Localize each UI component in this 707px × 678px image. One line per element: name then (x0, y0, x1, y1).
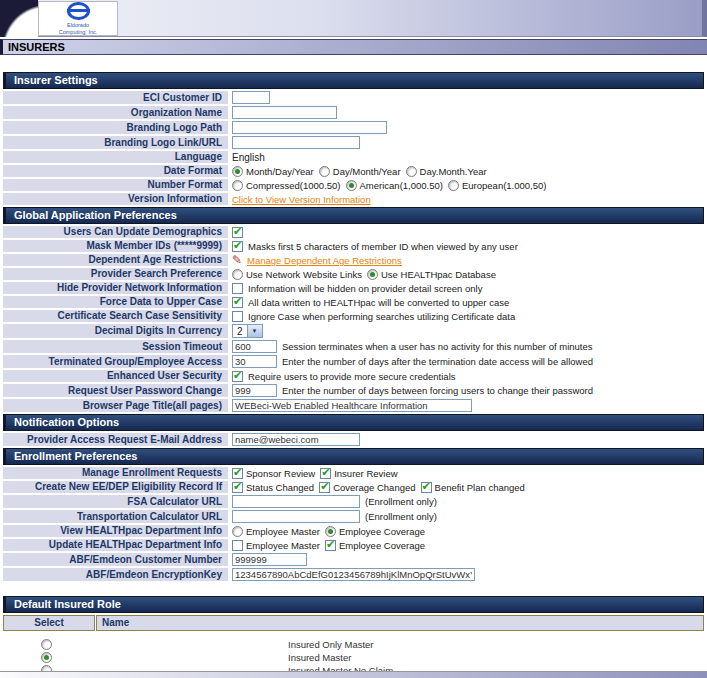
fsa-calculator-url-input[interactable] (232, 495, 360, 508)
row-certificate-case-sensitivity: Certificate Search Case Sensitivity Igno… (3, 310, 704, 322)
checkbox-coverage-changed[interactable]: Coverage Changed (319, 482, 415, 493)
radio-icon[interactable] (325, 526, 336, 537)
section-header-default-insured-role: Default Insured Role (3, 596, 704, 613)
radio-icon[interactable] (232, 180, 243, 191)
select-value: 2 (233, 325, 247, 337)
field-note: Ignore Case when performing searches uti… (248, 311, 515, 322)
checkbox-update-employee-coverage[interactable]: Employee Coverage (325, 540, 425, 551)
footer-bar (0, 671, 707, 678)
abf-customer-number-input[interactable] (232, 553, 307, 566)
field-label: Browser Page Title(all pages) (3, 399, 228, 412)
role-radio-insured-master[interactable] (41, 652, 52, 663)
checkbox-icon[interactable] (325, 540, 336, 551)
session-timeout-input[interactable] (232, 340, 277, 353)
checkbox-icon[interactable] (232, 468, 243, 479)
radio-icon[interactable] (406, 166, 417, 177)
field-label: Request User Password Change (3, 384, 228, 397)
browser-page-title-input[interactable] (232, 399, 472, 412)
radio-american[interactable]: American(1,000.50) (346, 180, 443, 191)
field-label: Certificate Search Case Sensitivity (3, 310, 228, 322)
field-value: Click to View Version Information (228, 193, 704, 205)
certificate-case-checkbox[interactable] (232, 311, 243, 322)
row-transportation-calculator-url: Transportation Calculator URL (Enrollmen… (3, 510, 704, 523)
checkbox-icon[interactable] (320, 468, 331, 479)
row-terminated-access: Terminated Group/Employee Access Enter t… (3, 355, 704, 368)
field-note: Information will be hidden on provider d… (248, 283, 482, 294)
field-value: Require users to provide more secure cre… (228, 370, 704, 382)
checkbox-label: Sponsor Review (246, 468, 315, 479)
provider-access-email-input[interactable] (232, 433, 360, 446)
checkbox-icon[interactable] (319, 482, 330, 493)
update-demographics-checkbox[interactable] (232, 227, 243, 238)
radio-european[interactable]: European(1.000,50) (448, 180, 547, 191)
checkbox-label: Employee Coverage (339, 540, 425, 551)
top-banner: Eldorado Computing, Inc. (0, 0, 707, 37)
field-label: Mask Member IDs (*****9999) (3, 240, 228, 252)
radio-icon[interactable] (346, 180, 357, 191)
role-radio-insured-only-master[interactable] (41, 639, 52, 650)
row-number-format: Number Format Compressed(1000.50) Americ… (3, 179, 704, 191)
checkbox-icon[interactable] (421, 482, 432, 493)
pencil-icon[interactable]: ✎ (232, 255, 242, 265)
force-upper-case-checkbox[interactable] (232, 297, 243, 308)
decimal-digits-select[interactable]: 2 ▼ (232, 324, 263, 338)
radio-icon[interactable] (319, 166, 330, 177)
table-row: Insured Master (0, 651, 707, 664)
transportation-calculator-url-input[interactable] (232, 510, 360, 523)
field-label: Provider Search Preference (3, 268, 228, 280)
field-label: Enhanced User Security (3, 370, 228, 382)
checkbox-benefit-plan-changed[interactable]: Benefit Plan changed (421, 482, 525, 493)
field-label: ECI Customer ID (3, 91, 228, 104)
abf-encryption-key-input[interactable] (232, 568, 475, 581)
radio-icon[interactable] (448, 180, 459, 191)
radio-compressed[interactable]: Compressed(1000.50) (232, 180, 341, 191)
row-manage-enrollment-requests: Manage Enrollment Requests Sponsor Revie… (3, 467, 704, 479)
field-value: Status Changed Coverage Changed Benefit … (228, 481, 704, 493)
radio-network-website-links[interactable]: Use Network Website Links (232, 269, 362, 280)
checkbox-icon[interactable] (232, 482, 243, 493)
field-note: Require users to provide more secure cre… (248, 371, 456, 382)
checkbox-status-changed[interactable]: Status Changed (232, 482, 314, 493)
checkbox-sponsor-review[interactable]: Sponsor Review (232, 468, 315, 479)
field-note: (Enrollment only) (365, 496, 437, 507)
terminated-access-input[interactable] (232, 355, 277, 368)
branding-logo-link-input[interactable] (232, 136, 360, 149)
checkbox-icon[interactable] (232, 540, 243, 551)
radio-icon[interactable] (232, 269, 243, 280)
field-note: All data written to HEALTHpac will be co… (248, 297, 509, 308)
field-label: Language (3, 151, 228, 163)
radio-day-month-year[interactable]: Day/Month/Year (319, 166, 401, 177)
eci-customer-id-input[interactable] (232, 91, 270, 104)
radio-icon[interactable] (367, 269, 378, 280)
radio-view-employee-master[interactable]: Employee Master (232, 526, 320, 537)
radio-day-dot-month-year[interactable]: Day.Month.Year (406, 166, 487, 177)
version-info-link[interactable]: Click to View Version Information (232, 194, 371, 205)
branding-logo-path-input[interactable] (232, 121, 387, 134)
section-header-enrollment-preferences: Enrollment Preferences (3, 448, 704, 465)
checkbox-insurer-review[interactable]: Insurer Review (320, 468, 397, 479)
checkbox-update-employee-master[interactable]: Employee Master (232, 540, 320, 551)
field-label: Hide Provider Network Information (3, 282, 228, 294)
radio-view-employee-coverage[interactable]: Employee Coverage (325, 526, 425, 537)
radio-icon[interactable] (232, 166, 243, 177)
mask-member-ids-checkbox[interactable] (232, 241, 243, 252)
organization-name-input[interactable] (232, 106, 337, 119)
radio-icon[interactable] (232, 526, 243, 537)
password-change-input[interactable] (232, 384, 277, 397)
manage-dependent-age-link[interactable]: Manage Dependent Age Restrictions (247, 255, 402, 266)
field-note: Enter the number of days after the termi… (282, 356, 593, 367)
radio-healthpac-database[interactable]: Use HEALTHpac Database (367, 269, 496, 280)
row-fsa-calculator-url: FSA Calculator URL (Enrollment only) (3, 495, 704, 508)
field-label: Users Can Update Demographics (3, 226, 228, 238)
row-eci-customer-id: ECI Customer ID (3, 91, 704, 104)
row-abf-encryption-key: ABF/Emdeon EncryptionKey (3, 568, 704, 581)
hide-provider-network-checkbox[interactable] (232, 283, 243, 294)
field-label: Terminated Group/Employee Access (3, 355, 228, 368)
main-content: Insurer Settings ECI Customer ID Organiz… (0, 55, 707, 678)
field-label: View HEALTHpac Department Info (3, 525, 228, 537)
radio-month-day-year[interactable]: Month/Day/Year (232, 166, 314, 177)
field-value: ✎ Manage Dependent Age Restrictions (228, 254, 704, 266)
row-organization-name: Organization Name (3, 106, 704, 119)
enhanced-security-checkbox[interactable] (232, 371, 243, 382)
field-value: Masks first 5 characters of member ID wh… (228, 240, 704, 252)
